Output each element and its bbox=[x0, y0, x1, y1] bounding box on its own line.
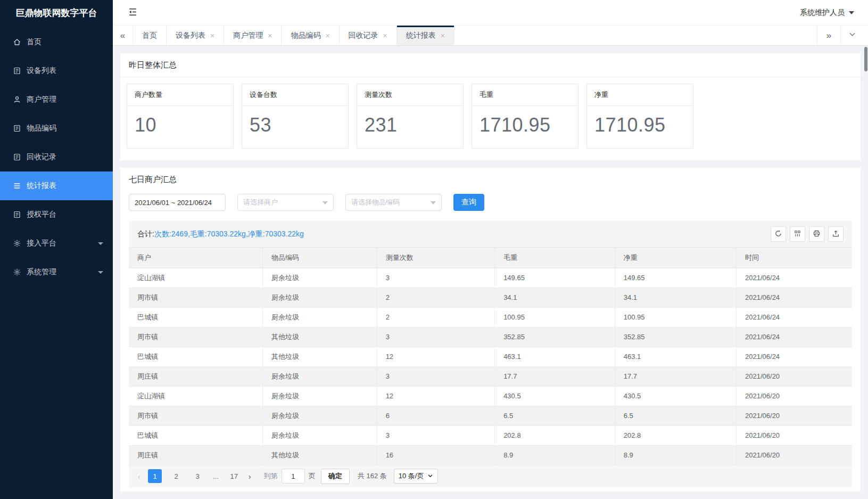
table-cell: 3 bbox=[377, 268, 495, 288]
summary-section: 昨日整体汇总 商户数量10设备台数53测量次数231毛重1710.95净重171… bbox=[120, 53, 861, 160]
tab-label: 设备列表 bbox=[176, 31, 205, 40]
page-button-17[interactable]: 17 bbox=[227, 469, 241, 483]
sidebar-item-商户管理[interactable]: 商户管理 bbox=[0, 85, 113, 114]
table-cell: 2021/06/24 bbox=[737, 327, 852, 347]
page-button-1[interactable]: 1 bbox=[148, 469, 162, 483]
prev-page-button[interactable]: ‹ bbox=[134, 472, 144, 481]
jump-unit: 页 bbox=[309, 471, 316, 481]
table-row: 巴城镇其他垃圾12463.1463.12021/06/24 bbox=[129, 347, 852, 366]
topbar: 系统维护人员 bbox=[113, 0, 868, 26]
report-title: 七日商户汇总 bbox=[120, 168, 861, 191]
home-icon bbox=[13, 38, 21, 46]
jump-page-input[interactable] bbox=[282, 469, 305, 484]
column-header: 物品编码 bbox=[262, 248, 377, 268]
gear-icon bbox=[13, 239, 21, 248]
table-row: 淀山湖镇厨余垃圾12430.5430.52021/06/20 bbox=[129, 386, 852, 406]
tab-首页[interactable]: 首页 bbox=[133, 26, 167, 45]
table-cell: 6.5 bbox=[615, 406, 736, 426]
tab-回收记录[interactable]: 回收记录× bbox=[340, 26, 397, 45]
stat-label: 净重 bbox=[587, 84, 693, 106]
table-row: 周庄镇其他垃圾168.98.92021/06/20 bbox=[129, 445, 852, 465]
tabs-scroll-left-button[interactable]: « bbox=[113, 26, 133, 45]
jump-label: 到第 bbox=[264, 471, 278, 481]
user-menu[interactable]: 系统维护人员 bbox=[800, 8, 854, 18]
sidebar-item-物品编码[interactable]: 物品编码 bbox=[0, 114, 113, 143]
refresh-button[interactable] bbox=[771, 226, 786, 242]
sidebar-item-系统管理[interactable]: 系统管理 bbox=[0, 258, 113, 287]
sidebar-collapse-button[interactable] bbox=[128, 7, 138, 19]
list-icon bbox=[13, 124, 21, 133]
table-cell: 352.85 bbox=[615, 327, 736, 347]
column-header: 时间 bbox=[737, 248, 852, 268]
table-cell: 厨余垃圾 bbox=[262, 307, 377, 327]
stat-label: 设备台数 bbox=[242, 84, 348, 106]
table-cell: 周庄镇 bbox=[129, 445, 262, 465]
export-button[interactable] bbox=[828, 226, 844, 242]
tab-物品编码[interactable]: 物品编码× bbox=[282, 26, 339, 45]
sidebar-item-设备列表[interactable]: 设备列表 bbox=[0, 56, 113, 85]
sidebar-item-label: 设备列表 bbox=[27, 66, 56, 76]
table-panel: 合计:次数:2469,毛重:70303.22kg,净重:70303.22kg 商… bbox=[129, 221, 852, 487]
search-button[interactable]: 查询 bbox=[453, 194, 484, 211]
table-body: 淀山湖镇厨余垃圾3149.65149.652021/06/24周市镇厨余垃圾23… bbox=[129, 268, 852, 465]
stat-card: 设备台数53 bbox=[242, 84, 349, 149]
page-size-value: 10 条/页 bbox=[399, 471, 424, 481]
sidebar-item-label: 接入平台 bbox=[27, 239, 56, 248]
table-row: 周市镇厨余垃圾66.56.52021/06/20 bbox=[129, 406, 852, 426]
double-arrow-left-icon: « bbox=[120, 30, 125, 41]
sidebar-item-统计报表[interactable]: 统计报表 bbox=[0, 171, 113, 200]
sidebar-item-label: 物品编码 bbox=[27, 124, 56, 133]
table-row: 巴城镇厨余垃圾2100.95100.952021/06/24 bbox=[129, 307, 852, 327]
table-cell: 430.5 bbox=[495, 386, 615, 406]
merchant-select[interactable]: 请选择商户 bbox=[237, 194, 334, 211]
tab-label: 商户管理 bbox=[233, 31, 263, 40]
print-button[interactable] bbox=[809, 226, 824, 242]
close-icon[interactable]: × bbox=[441, 32, 445, 39]
tab-设备列表[interactable]: 设备列表× bbox=[167, 26, 224, 45]
table-cell: 149.65 bbox=[495, 268, 615, 288]
chevron-down-icon bbox=[98, 242, 103, 245]
page-button-3[interactable]: 3 bbox=[191, 469, 204, 483]
totals-summary: 合计:次数:2469,毛重:70303.22kg,净重:70303.22kg bbox=[137, 230, 304, 239]
confirm-button[interactable]: 确定 bbox=[321, 469, 350, 484]
page-size-select[interactable]: 10 条/页 bbox=[394, 469, 439, 484]
table-cell: 2 bbox=[377, 288, 495, 307]
scrollbar-thumb[interactable] bbox=[864, 47, 867, 71]
stat-value: 10 bbox=[127, 106, 233, 148]
table-cell: 其他垃圾 bbox=[262, 347, 377, 366]
close-icon[interactable]: × bbox=[210, 32, 214, 39]
table-toolbar: 合计:次数:2469,毛重:70303.22kg,净重:70303.22kg bbox=[129, 221, 852, 248]
close-icon[interactable]: × bbox=[325, 32, 329, 39]
caret-down-icon bbox=[323, 201, 328, 204]
page-button-2[interactable]: 2 bbox=[169, 469, 183, 483]
tabs-menu-button[interactable] bbox=[840, 26, 864, 45]
stat-label: 毛重 bbox=[472, 84, 578, 106]
double-arrow-right-icon: » bbox=[826, 30, 831, 41]
item-code-select-placeholder: 请选择物品编码 bbox=[351, 198, 400, 207]
sidebar-item-label: 统计报表 bbox=[27, 181, 56, 191]
table-cell: 17.7 bbox=[615, 366, 736, 386]
report-table: 商户物品编码测量次数毛重净重时间 淀山湖镇厨余垃圾3149.65149.6520… bbox=[129, 248, 852, 465]
sidebar-item-接入平台[interactable]: 接入平台 bbox=[0, 229, 113, 258]
table-cell: 厨余垃圾 bbox=[262, 366, 377, 386]
table-cell: 3 bbox=[377, 366, 495, 386]
tab-spacer bbox=[454, 26, 817, 45]
collapse-icon bbox=[128, 7, 138, 19]
tab-统计报表[interactable]: 统计报表× bbox=[397, 26, 454, 45]
list-icon bbox=[13, 210, 21, 219]
pagination-ellipsis: ... bbox=[212, 472, 220, 480]
next-page-button[interactable]: › bbox=[245, 472, 255, 481]
tab-商户管理[interactable]: 商户管理× bbox=[224, 26, 282, 45]
list-icon bbox=[13, 153, 21, 161]
columns-icon bbox=[793, 230, 801, 239]
sidebar-item-首页[interactable]: 首页 bbox=[0, 28, 113, 56]
close-icon[interactable]: × bbox=[383, 32, 387, 39]
date-range-input[interactable] bbox=[129, 194, 226, 211]
sidebar-item-回收记录[interactable]: 回收记录 bbox=[0, 143, 113, 171]
close-icon[interactable]: × bbox=[268, 32, 272, 39]
item-code-select[interactable]: 请选择物品编码 bbox=[345, 194, 442, 211]
sidebar-item-授权平台[interactable]: 授权平台 bbox=[0, 200, 113, 229]
main-area: 系统维护人员 « 首页设备列表×商户管理×物品编码×回收记录×统计报表× » 昨… bbox=[113, 0, 868, 499]
columns-button[interactable] bbox=[790, 226, 805, 242]
tabs-scroll-right-button[interactable]: » bbox=[817, 26, 840, 45]
